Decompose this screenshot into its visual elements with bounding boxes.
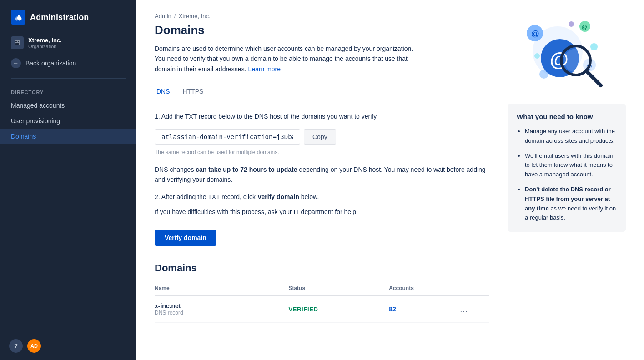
tab-https[interactable]: HTTPS (181, 83, 211, 100)
table-header-row: Name Status Accounts (155, 281, 489, 295)
domain-name: x-inc.net (155, 302, 288, 310)
info-card-title: What you need to know (517, 113, 617, 120)
org-info: Xtreme, Inc. Organization (28, 37, 62, 49)
svg-line-19 (586, 71, 601, 85)
helper-text: The same record can be used for multiple… (155, 149, 489, 155)
svg-rect-0 (15, 40, 20, 45)
txt-record-input[interactable] (155, 129, 300, 145)
col-header-accounts: Accounts (389, 281, 456, 295)
page-description-text: Domains are used to determine which user… (155, 45, 413, 73)
svg-point-11 (569, 21, 574, 27)
svg-rect-3 (15, 43, 19, 45)
copy-button[interactable]: Copy (304, 129, 336, 145)
domain-illustration: @ @ @ @ (508, 13, 626, 95)
org-icon (11, 36, 24, 49)
sidebar-item-user-provisioning[interactable]: User provisioning (0, 113, 136, 129)
back-organization-button[interactable]: ← Back organization (0, 54, 136, 73)
atlassian-logo-icon (11, 10, 25, 25)
back-icon: ← (11, 58, 21, 68)
managed-accounts-label: Managed accounts (11, 102, 65, 109)
svg-rect-1 (15, 41, 17, 42)
org-type: Organization (28, 44, 62, 49)
info-card-item-3: Don't delete the DNS record or HTTPS fil… (525, 185, 617, 223)
txt-record-row: Copy (155, 129, 489, 145)
more-options-button[interactable]: … (456, 305, 472, 314)
domains-section-title: Domains (155, 262, 489, 274)
domain-actions-cell: … (456, 295, 489, 323)
info-card: What you need to know Manage any user ac… (508, 104, 626, 232)
breadcrumb-org: Xtreme, Inc. (178, 13, 210, 20)
info-card-list: Manage any user account with the domain … (517, 127, 617, 223)
table-row: x-inc.net DNS record VERIFIED 82 … (155, 295, 489, 323)
dns-note-bold: can take up to 72 hours to update (196, 166, 297, 173)
verify-domain-button[interactable]: Verify domain (155, 230, 216, 246)
svg-point-12 (534, 53, 540, 59)
col-header-status: Status (288, 281, 389, 295)
svg-text:@: @ (582, 24, 587, 30)
sidebar-item-domains[interactable]: Domains (0, 129, 136, 144)
info-card-item-1: Manage any user account with the domain … (525, 127, 617, 146)
breadcrumb-admin[interactable]: Admin (155, 13, 171, 20)
sidebar-item-managed-accounts[interactable]: Managed accounts (0, 98, 136, 113)
back-organization-label: Back organization (25, 60, 76, 67)
step1-text: 1. Add the TXT record below to the DNS h… (155, 111, 489, 121)
svg-text:@: @ (531, 29, 539, 38)
org-name: Xtreme, Inc. (28, 37, 62, 44)
domain-status-cell: VERIFIED (288, 295, 389, 323)
sidebar-title: Administration (30, 13, 89, 22)
sidebar-divider (11, 78, 126, 79)
tabs-container: DNS HTTPS (155, 83, 489, 100)
tab-dns[interactable]: DNS (155, 83, 177, 100)
domain-record-type: DNS record (155, 310, 288, 316)
sidebar-header: Administration (0, 0, 136, 32)
sidebar-bottom: ? AD (0, 332, 136, 360)
main-content: Admin / Xtreme, Inc. Domains Domains are… (136, 0, 644, 360)
svg-point-9 (590, 43, 598, 50)
step2-text: 2. After adding the TXT record, click Ve… (155, 192, 489, 202)
domains-nav-label: Domains (11, 133, 36, 140)
breadcrumb: Admin / Xtreme, Inc. (155, 13, 489, 20)
sidebar: Administration Xtreme, Inc. Organization… (0, 0, 136, 360)
content-right: @ @ @ @ (508, 13, 626, 323)
accounts-link[interactable]: 82 (389, 305, 396, 313)
page-description: Domains are used to determine which user… (155, 44, 418, 74)
org-item: Xtreme, Inc. Organization (0, 32, 136, 54)
step2-suffix: below. (299, 193, 319, 200)
page-title: Domains (155, 23, 489, 37)
content-left: Admin / Xtreme, Inc. Domains Domains are… (155, 13, 489, 323)
step2-bold: Verify domain (257, 193, 299, 200)
svg-point-18 (564, 49, 588, 72)
status-verified-badge: VERIFIED (288, 306, 318, 313)
svg-rect-2 (18, 41, 19, 42)
help-button[interactable]: ? (9, 339, 23, 353)
learn-more-link[interactable]: Learn more (248, 65, 281, 73)
breadcrumb-separator: / (174, 13, 176, 20)
dns-note: DNS changes can take up to 72 hours to u… (155, 165, 489, 185)
step2-prefix: 2. After adding the TXT record, click (155, 193, 257, 200)
directory-section-label: Directory (0, 84, 136, 98)
difficulties-text: If you have difficulties with this proce… (155, 207, 489, 217)
domains-table: Name Status Accounts x-inc.net DNS recor… (155, 281, 489, 323)
user-provisioning-label: User provisioning (11, 117, 60, 125)
info-card-item-2: We'll email users with this domain to le… (525, 151, 617, 180)
col-header-name: Name (155, 281, 288, 295)
user-avatar[interactable]: AD (27, 339, 41, 353)
col-header-actions (456, 281, 489, 295)
domain-accounts-cell: 82 (389, 295, 456, 323)
domain-name-cell: x-inc.net DNS record (155, 295, 288, 323)
